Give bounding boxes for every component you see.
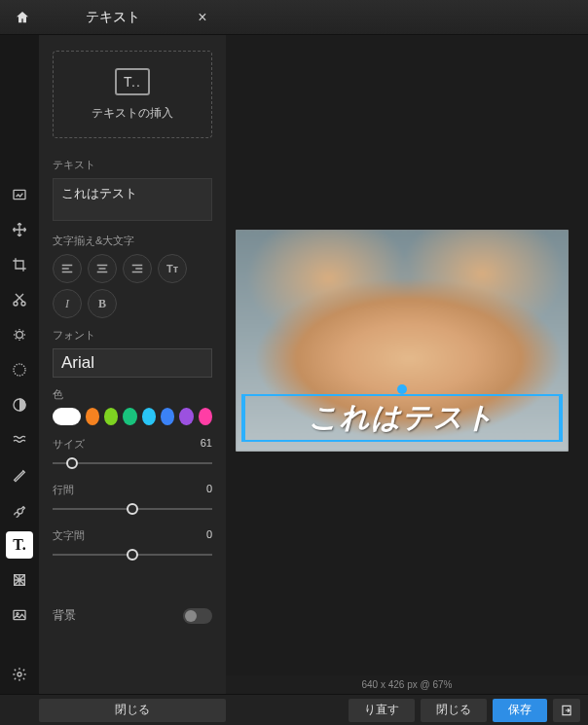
size-label: サイズ <box>53 437 85 452</box>
tool-draw-icon[interactable] <box>6 496 33 524</box>
tool-cut-icon[interactable] <box>6 286 33 313</box>
background-label: 背景 <box>53 607 76 624</box>
letter-spacing-label: 文字間 <box>53 528 85 543</box>
tool-crop-icon[interactable] <box>6 251 33 278</box>
panel-title: テキスト <box>35 9 191 26</box>
color-swatch[interactable] <box>161 408 174 425</box>
letter-spacing-slider[interactable] <box>53 547 212 562</box>
bottom-bar: 閉じる り直す 閉じる 保存 <box>0 694 588 725</box>
tool-heal-icon[interactable] <box>6 461 33 489</box>
bold-button[interactable]: B <box>88 289 117 318</box>
svg-point-4 <box>14 364 25 376</box>
line-height-slider[interactable] <box>53 501 212 517</box>
color-swatch[interactable] <box>179 408 193 425</box>
color-swatch[interactable] <box>142 408 156 425</box>
tool-effects-icon[interactable] <box>6 356 33 383</box>
tool-adjust-icon[interactable] <box>6 321 33 348</box>
uppercase-button[interactable]: Tт <box>158 254 187 283</box>
align-center-button[interactable] <box>88 254 117 283</box>
text-content-input[interactable] <box>53 178 212 221</box>
tool-move-icon[interactable] <box>6 216 33 243</box>
text-insert-icon: T.. <box>115 68 150 95</box>
align-section-label: 文字揃え&大文字 <box>53 234 212 248</box>
svg-point-3 <box>17 332 23 339</box>
settings-gear-icon[interactable] <box>6 661 33 688</box>
letter-spacing-value: 0 <box>206 528 212 543</box>
tool-filter-icon[interactable] <box>6 391 33 418</box>
export-icon[interactable] <box>553 699 580 722</box>
svg-point-8 <box>17 613 18 615</box>
insert-text-label: テキストの挿入 <box>92 105 173 122</box>
close-button[interactable]: 閉じる <box>421 699 487 722</box>
canvas-info: 640 x 426 px @ 67% <box>226 675 588 694</box>
svg-rect-0 <box>14 190 25 199</box>
text-overlay-selection[interactable]: これはテスト <box>243 394 561 442</box>
font-section-label: フォント <box>53 328 212 343</box>
rotate-handle-icon[interactable] <box>397 384 407 394</box>
resize-handle-right[interactable] <box>559 394 563 442</box>
line-height-label: 行間 <box>53 483 74 497</box>
color-swatch[interactable] <box>86 408 99 425</box>
color-swatches <box>53 408 212 425</box>
canvas-image[interactable]: これはテスト <box>236 230 569 452</box>
size-slider[interactable] <box>53 455 212 471</box>
save-button[interactable]: 保存 <box>493 699 547 722</box>
background-toggle[interactable] <box>183 608 212 624</box>
tool-liquify-icon[interactable] <box>6 426 33 453</box>
overlay-text: これはテスト <box>309 398 496 438</box>
tool-strip: T. <box>0 35 39 694</box>
svg-point-1 <box>14 302 18 306</box>
align-left-button[interactable] <box>53 254 82 283</box>
insert-text-button[interactable]: T.. テキストの挿入 <box>53 51 212 138</box>
italic-button[interactable]: I <box>53 289 82 318</box>
color-swatch[interactable] <box>104 408 118 425</box>
text-section-label: テキスト <box>53 158 212 172</box>
line-height-value: 0 <box>206 483 212 497</box>
color-section-label: 色 <box>53 387 212 402</box>
redo-button[interactable]: り直す <box>349 699 415 722</box>
tool-image-icon[interactable] <box>6 181 33 208</box>
home-icon[interactable] <box>10 5 35 30</box>
font-select[interactable] <box>53 348 212 378</box>
tool-pattern-icon[interactable] <box>6 566 33 594</box>
svg-point-9 <box>18 672 21 676</box>
tool-image-insert-icon[interactable] <box>6 601 33 629</box>
color-swatch[interactable] <box>123 408 136 425</box>
color-swatch[interactable] <box>53 408 81 425</box>
panel-close-button[interactable]: 閉じる <box>39 699 226 722</box>
canvas-area: これはテスト 640 x 426 px @ 67% <box>226 35 588 694</box>
svg-point-2 <box>21 302 25 306</box>
size-value: 61 <box>201 437 212 452</box>
text-panel: T.. テキストの挿入 テキスト 文字揃え&大文字 Tт I B フォント 色 … <box>39 35 226 694</box>
close-icon[interactable]: × <box>191 9 214 26</box>
color-swatch[interactable] <box>199 408 212 425</box>
resize-handle-left[interactable] <box>241 394 245 442</box>
align-right-button[interactable] <box>123 254 152 283</box>
tool-text-icon[interactable]: T. <box>6 531 33 559</box>
